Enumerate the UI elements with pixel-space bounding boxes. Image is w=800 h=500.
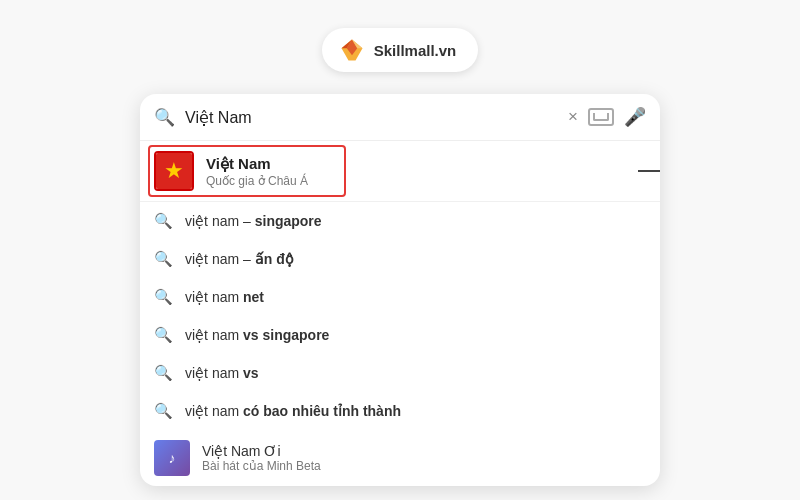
clear-icon[interactable]: × — [568, 107, 578, 127]
logo-text: Skillmall.vn — [374, 42, 457, 59]
suggestion-4[interactable]: 🔍 việt nam vs singapore — [140, 316, 660, 354]
music-title: Việt Nam Ơi — [202, 443, 321, 459]
search-container: 🔍 × 🎤 ★ Việt Nam Quốc gia ở Châu Á Entit… — [140, 94, 660, 486]
sugg-text-1: việt nam – singapore — [185, 213, 322, 229]
vietnam-flag: ★ — [154, 151, 194, 191]
sugg-text-4: việt nam vs singapore — [185, 327, 329, 343]
search-icon: 🔍 — [154, 107, 175, 128]
search-icon-1: 🔍 — [154, 212, 173, 230]
music-result-row[interactable]: ♪ Việt Nam Ơi Bài hát của Minh Beta — [140, 430, 660, 486]
entity-name: Việt Nam — [206, 155, 646, 173]
mic-icon[interactable]: 🎤 — [624, 106, 646, 128]
suggestion-5[interactable]: 🔍 việt nam vs — [140, 354, 660, 392]
music-info: Việt Nam Ơi Bài hát của Minh Beta — [202, 443, 321, 473]
search-icon-4: 🔍 — [154, 326, 173, 344]
entity-arrow: Entity — [638, 162, 660, 180]
entity-info: Việt Nam Quốc gia ở Châu Á — [206, 155, 646, 188]
entity-subtitle: Quốc gia ở Châu Á — [206, 174, 646, 188]
star-icon: ★ — [164, 160, 184, 182]
sugg-text-3: việt nam net — [185, 289, 264, 305]
search-icon-2: 🔍 — [154, 250, 173, 268]
music-note-icon: ♪ — [169, 450, 176, 466]
suggestion-3[interactable]: 🔍 việt nam net — [140, 278, 660, 316]
suggestion-2[interactable]: 🔍 việt nam – ấn độ — [140, 240, 660, 278]
keyboard-icon[interactable] — [588, 108, 614, 126]
suggestion-1[interactable]: 🔍 việt nam – singapore — [140, 202, 660, 240]
music-subtitle: Bài hát của Minh Beta — [202, 459, 321, 473]
diamond-icon — [338, 36, 366, 64]
sugg-text-5: việt nam vs — [185, 365, 259, 381]
search-input[interactable] — [185, 108, 558, 126]
logo-area: Skillmall.vn — [322, 28, 479, 72]
search-bar: 🔍 × 🎤 — [140, 94, 660, 141]
sugg-text-6: việt nam có bao nhiêu tỉnh thành — [185, 403, 401, 419]
suggestion-6[interactable]: 🔍 việt nam có bao nhiêu tỉnh thành — [140, 392, 660, 430]
entity-row[interactable]: ★ Việt Nam Quốc gia ở Châu Á Entity — [140, 141, 660, 202]
search-icon-6: 🔍 — [154, 402, 173, 420]
search-icon-3: 🔍 — [154, 288, 173, 306]
search-icon-5: 🔍 — [154, 364, 173, 382]
music-thumbnail: ♪ — [154, 440, 190, 476]
sugg-text-2: việt nam – ấn độ — [185, 251, 294, 267]
arrow-line — [638, 165, 660, 177]
